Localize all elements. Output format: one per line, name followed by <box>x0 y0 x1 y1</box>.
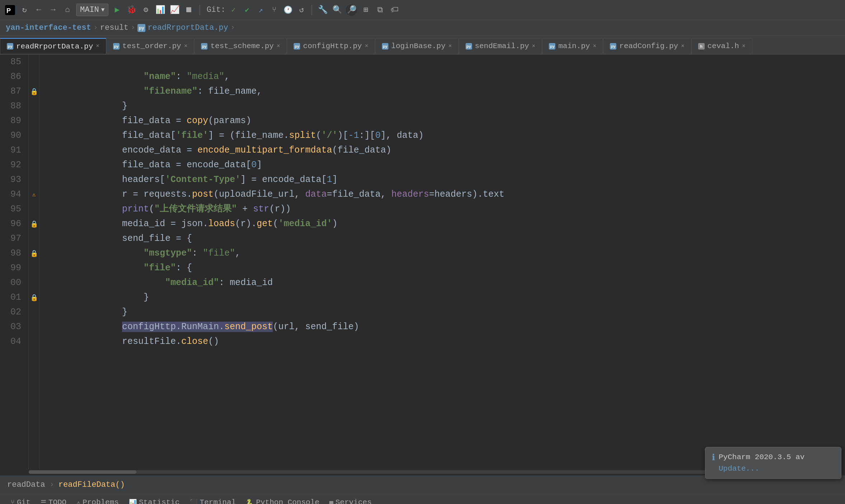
svg-text:P: P <box>6 7 11 14</box>
notification-update-link[interactable]: Update... <box>719 465 759 473</box>
code-line-85: "name": "media", <box>47 55 845 69</box>
run-icon[interactable]: ▶ <box>111 4 123 16</box>
split-icon[interactable]: ⧉ <box>374 4 386 16</box>
tab-label-8: ceval.h <box>708 42 739 50</box>
status-statistic[interactable]: 📊 Statistic <box>124 494 185 504</box>
line-num-92: 92 <box>7 158 21 172</box>
git-history-icon[interactable]: 🕐 <box>283 5 293 15</box>
status-python-console[interactable]: 🐍 Python Console <box>241 494 324 504</box>
tab-close-3[interactable]: × <box>365 43 368 49</box>
gutter-98: 🔒 <box>29 246 39 261</box>
status-git-label: Git <box>17 498 31 504</box>
tab-test_scheme[interactable]: py test_scheme.py × <box>194 38 287 54</box>
line-num-91: 91 <box>7 143 21 158</box>
status-bar: ⑂ Git ☰ TODO ⚠ Problems 📊 Statistic ⬛ Te… <box>0 494 845 504</box>
refresh-icon[interactable]: ↻ <box>19 4 30 16</box>
gutter-95 <box>29 202 39 216</box>
line-num-100: 00 <box>7 275 21 290</box>
bookmark-icon[interactable]: 🏷 <box>389 4 400 16</box>
tab-icon-4: py <box>382 43 388 50</box>
profile-icon[interactable]: 📈 <box>169 4 180 16</box>
status-terminal-label: Terminal <box>200 498 236 504</box>
git-branch-icon[interactable]: ⑂ <box>269 5 279 15</box>
breadcrumb-folder[interactable]: result <box>100 23 129 32</box>
code-area[interactable]: "name": "media", "filename": file_name, … <box>39 55 845 469</box>
wrench-icon[interactable]: 🔧 <box>317 4 328 16</box>
line-numbers: 85 86 87 88 89 90 91 92 93 94 95 96 97 9… <box>0 55 29 469</box>
status-console-label: Python Console <box>256 498 319 504</box>
status-services-label: Services <box>335 498 372 504</box>
python-console-icon: 🐍 <box>246 499 254 504</box>
line-num-99: 99 <box>7 261 21 275</box>
tab-close-8[interactable]: × <box>742 43 746 49</box>
git-check-icon[interactable]: ✔ <box>242 5 252 15</box>
breadcrumb-sep-2: › <box>131 23 135 32</box>
line-num-97: 97 <box>7 231 21 246</box>
tab-test_order[interactable]: py test_order.py × <box>106 38 194 54</box>
gutter-101: 🔒 <box>29 290 39 305</box>
tab-icon-0: py <box>7 43 13 50</box>
tab-configHttp[interactable]: py configHttp.py × <box>287 38 375 54</box>
todo-icon: ☰ <box>41 499 46 504</box>
tab-label-3: configHttp.py <box>303 42 362 50</box>
git-checkmark-icon[interactable]: ✓ <box>228 5 238 15</box>
tab-label-7: readConfig.py <box>619 42 678 50</box>
tab-sendEmail[interactable]: py sendEmail.py × <box>459 38 542 54</box>
tab-readRrportData[interactable]: py readRrportData.py × <box>0 38 106 54</box>
breadcrumb-filename[interactable]: readRrportData.py <box>148 23 228 32</box>
build-icon[interactable]: ⚙ <box>140 4 151 16</box>
tab-close-1[interactable]: × <box>184 43 188 49</box>
debug-icon[interactable]: 🐞 <box>126 4 137 16</box>
breadcrumb-project[interactable]: yan-interface-test <box>6 23 91 32</box>
tab-ceval[interactable]: h ceval.h × <box>691 38 752 54</box>
git-icons: ✓ ✔ ↗ ⑂ 🕐 ↺ <box>228 5 307 15</box>
tab-close-5[interactable]: × <box>532 43 536 49</box>
toolbar-separator <box>200 5 200 15</box>
status-git[interactable]: ⑂ Git <box>6 494 36 504</box>
tab-close-2[interactable]: × <box>277 43 280 49</box>
branch-selector[interactable]: MAIN ▼ <box>76 4 108 16</box>
gutter-102 <box>29 305 39 319</box>
line-num-103: 03 <box>7 319 21 334</box>
breadcrumb-sep-3: › <box>230 23 235 32</box>
git-arrow-up-icon[interactable]: ↗ <box>256 5 266 15</box>
status-problems[interactable]: ⚠ Problems <box>71 494 124 504</box>
tabs-bar: py readRrportData.py × py test_order.py … <box>0 36 845 55</box>
tab-main[interactable]: py main.py × <box>542 38 603 54</box>
hscroll-thumb[interactable] <box>29 470 136 474</box>
line-num-98: 98 <box>7 246 21 261</box>
forward-icon[interactable]: → <box>47 4 59 16</box>
search-icon[interactable]: 🔍 <box>331 4 343 16</box>
notification-popup[interactable]: ℹ PyCharm 2020.3.5 av Update... <box>705 447 841 479</box>
tab-readConfig[interactable]: py readConfig.py × <box>603 38 691 54</box>
tab-close-6[interactable]: × <box>593 43 597 49</box>
hscroll-track[interactable] <box>29 470 816 474</box>
status-todo[interactable]: ☰ TODO <box>36 494 71 504</box>
stop-icon[interactable]: ⏹ <box>183 4 195 16</box>
home-icon[interactable]: ⌂ <box>62 4 73 16</box>
layout-icon[interactable]: ⊞ <box>360 4 372 16</box>
tab-loginBase[interactable]: py loginBase.py × <box>375 38 459 54</box>
gutter-89 <box>29 113 39 128</box>
app-logo-icon[interactable]: P <box>4 4 16 16</box>
tab-close-0[interactable]: × <box>96 43 99 49</box>
line-num-102: 02 <box>7 305 21 319</box>
function-name[interactable]: readFileData() <box>59 480 125 489</box>
find-icon[interactable]: 🔎 <box>346 4 357 16</box>
breadcrumb-file[interactable]: py readRrportData.py <box>137 23 228 32</box>
terminal-icon: ⬛ <box>190 499 197 504</box>
tab-close-7[interactable]: × <box>681 43 685 49</box>
gutter-90 <box>29 128 39 143</box>
status-todo-label: TODO <box>48 498 66 504</box>
gutter-85 <box>29 55 39 69</box>
back-icon[interactable]: ← <box>33 4 45 16</box>
status-services[interactable]: ▦ Services <box>325 494 377 504</box>
git-revert-icon[interactable]: ↺ <box>297 5 307 15</box>
status-terminal[interactable]: ⬛ Terminal <box>185 494 241 504</box>
line-num-89: 89 <box>7 113 21 128</box>
gutter-86 <box>29 69 39 84</box>
line-num-87: 87 <box>7 84 21 99</box>
function-context[interactable]: readData <box>7 480 45 489</box>
coverage-icon[interactable]: 📊 <box>154 4 166 16</box>
tab-close-4[interactable]: × <box>448 43 452 49</box>
